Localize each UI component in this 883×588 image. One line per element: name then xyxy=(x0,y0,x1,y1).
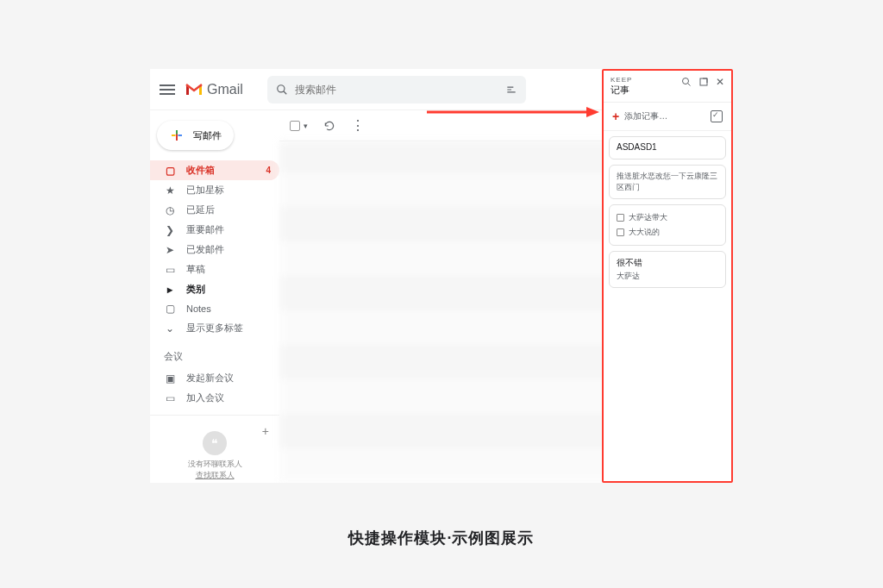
find-contacts-link[interactable]: 查找联系人 xyxy=(196,470,235,481)
keep-note[interactable]: 很不错 大萨达 xyxy=(609,251,726,288)
nav-list: ▢收件箱4 ★已加星标 ◷已延后 ❯重要邮件 ➤已发邮件 ▭草稿 ▸类别 ▢No… xyxy=(150,160,279,338)
chevron-down-icon: ⌄ xyxy=(164,322,176,335)
important-icon: ❯ xyxy=(164,224,176,236)
svg-line-23 xyxy=(688,84,691,86)
keep-popout-icon[interactable] xyxy=(698,77,709,87)
caption: 快捷操作模块·示例图展示 xyxy=(0,528,883,548)
nav-drafts[interactable]: ▭草稿 xyxy=(150,260,279,279)
keep-note[interactable]: ASDASD1 xyxy=(609,136,726,160)
plus-icon xyxy=(169,128,185,143)
nav-notes[interactable]: ▢Notes xyxy=(150,299,279,318)
nav-sent[interactable]: ➤已发邮件 xyxy=(150,240,279,260)
keep-search-icon[interactable] xyxy=(681,77,692,87)
search-options-icon[interactable] xyxy=(505,84,517,96)
nav-more[interactable]: ⌄显示更多标签 xyxy=(150,318,279,338)
keep-close-icon[interactable]: ✕ xyxy=(716,76,724,88)
checkbox-icon[interactable] xyxy=(617,228,624,236)
meet-heading: 会议 xyxy=(150,345,279,368)
keep-note[interactable]: 推送脏水恶改惩一下云康隆三区西门 xyxy=(609,165,726,199)
hangouts-icon: ❝ xyxy=(203,431,227,455)
menu-icon[interactable] xyxy=(157,79,178,100)
nav-important[interactable]: ❯重要邮件 xyxy=(150,220,279,240)
clock-icon: ◷ xyxy=(164,204,176,216)
keep-brand: KEEP xyxy=(611,76,681,84)
search-input[interactable] xyxy=(295,84,498,96)
draft-icon: ▭ xyxy=(164,264,176,276)
chevron-down-icon: ▾ xyxy=(304,122,308,130)
search-box[interactable] xyxy=(267,76,526,103)
keep-notes-list: ASDASD1 推送脏水恶改惩一下云康隆三区西门 大萨达带大 大大说的 很不错 … xyxy=(604,131,731,293)
plus-icon: + xyxy=(612,109,619,123)
keep-add-note[interactable]: + 添加记事… xyxy=(604,103,731,131)
video-icon: ▣ xyxy=(164,372,176,385)
hangouts-section: + ❝ 没有环聊联系人 查找联系人 xyxy=(150,415,279,483)
label-icon: ▢ xyxy=(164,303,176,315)
no-contacts-text: 没有环聊联系人 xyxy=(188,459,242,470)
keep-note[interactable]: 大萨达带大 大大说的 xyxy=(609,204,726,246)
select-all[interactable]: ▾ xyxy=(290,121,308,131)
meet-join[interactable]: ▭加入会议 xyxy=(150,388,279,408)
gmail-logo[interactable]: Gmail xyxy=(185,82,243,97)
svg-rect-24 xyxy=(700,78,707,85)
compose-label: 写邮件 xyxy=(193,129,222,142)
keyboard-icon: ▭ xyxy=(164,392,176,404)
checkbox-icon[interactable] xyxy=(617,214,624,222)
nav-snoozed[interactable]: ◷已延后 xyxy=(150,200,279,220)
nav-starred[interactable]: ★已加星标 xyxy=(150,180,279,200)
svg-point-22 xyxy=(683,78,689,84)
nav-categories[interactable]: ▸类别 xyxy=(150,279,279,299)
svg-line-1 xyxy=(284,91,287,94)
meet-new[interactable]: ▣发起新会议 xyxy=(150,368,279,388)
keep-panel: KEEP 记事 ✕ + 添加记事… ASDASD1 推送脏水恶改惩一下云康隆三区… xyxy=(602,69,733,483)
nav-inbox[interactable]: ▢收件箱4 xyxy=(150,160,279,180)
checkbox-icon xyxy=(290,121,300,131)
sidebar-left: 写邮件 ▢收件箱4 ★已加星标 ◷已延后 ❯重要邮件 ➤已发邮件 ▭草稿 ▸类别… xyxy=(150,110,279,483)
sent-icon: ➤ xyxy=(164,244,176,256)
gmail-text: Gmail xyxy=(207,82,243,97)
star-icon: ★ xyxy=(164,185,176,197)
hangouts-empty: ❝ 没有环聊联系人 查找联系人 xyxy=(157,421,272,481)
search-icon xyxy=(276,84,288,96)
keep-header: KEEP 记事 ✕ xyxy=(604,71,731,103)
gmail-m-icon xyxy=(185,83,204,97)
refresh-icon[interactable] xyxy=(323,120,335,132)
inbox-icon: ▢ xyxy=(164,165,176,177)
more-icon[interactable]: ⋮ xyxy=(351,117,365,134)
add-contact-icon[interactable]: + xyxy=(262,424,269,438)
compose-button[interactable]: 写邮件 xyxy=(157,121,234,150)
keep-subtitle: 记事 xyxy=(611,84,681,97)
svg-point-0 xyxy=(278,84,285,91)
meet-section: 会议 ▣发起新会议 ▭加入会议 xyxy=(150,338,279,415)
tag-icon: ▸ xyxy=(164,284,176,296)
keep-add-label: 添加记事… xyxy=(624,110,667,122)
new-list-icon[interactable] xyxy=(711,110,723,122)
